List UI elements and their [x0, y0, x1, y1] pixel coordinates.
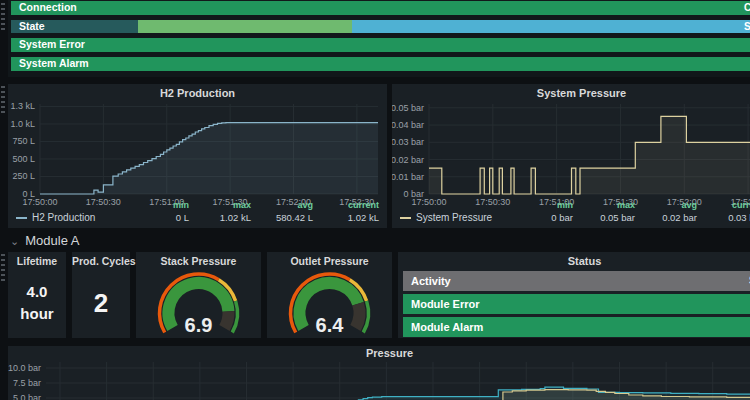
svg-text:1.3 kL: 1.3 kL: [10, 101, 35, 111]
panel-title[interactable]: System Pressure: [392, 86, 750, 100]
svg-text:7.5 bar: 7.5 bar: [13, 378, 41, 388]
timeline-edge-value: C: [744, 1, 750, 15]
legend-stat-header: current: [697, 200, 750, 212]
svg-text:250 L: 250 L: [12, 171, 35, 181]
panel-title[interactable]: Outlet Pressure: [267, 254, 392, 268]
legend-swatch-icon: [16, 217, 27, 219]
stack-pressure-gauge-panel: Stack Pressure6.9: [136, 252, 261, 338]
pressure-chart-panel: Pressure 10.0 bar7.5 bar5.0 bar: [8, 346, 750, 400]
legend-series-label: H2 Production: [32, 212, 95, 223]
gauge-value: 6.9: [185, 314, 213, 336]
legend-stat-value: 1.02 kL: [313, 212, 379, 223]
stat-value: 2: [72, 270, 130, 336]
legend-swatch-icon: [400, 217, 411, 219]
timeline-row: System Alarm: [11, 57, 750, 71]
legend-stat-value: 0 L: [141, 212, 189, 223]
svg-text:0.01 bar: 0.01 bar: [392, 172, 424, 182]
stat-value-line: 2: [94, 292, 108, 314]
legend-series-row: System Pressure0 bar0.05 bar0.02 bar0.03…: [400, 212, 750, 223]
grafana-dashboard: { "timeline": { "rows": [ {"label":"Conn…: [0, 0, 750, 400]
legend-stat-value: 580.42 L: [251, 212, 313, 223]
panel-drag-handle-icon[interactable]: [1, 86, 5, 114]
legend-header-row: minmaxavgcurrent: [16, 200, 379, 212]
timeline-segment[interactable]: [138, 20, 352, 34]
module-a-row-header[interactable]: ⌄ Module A: [10, 232, 79, 250]
lifetime-panel: Lifetime4.0hour: [8, 252, 66, 338]
panel-title[interactable]: Lifetime: [8, 254, 66, 268]
legend-series-row: H2 Production0 L1.02 kL580.42 L1.02 kL: [16, 212, 379, 223]
svg-text:0.05 bar: 0.05 bar: [392, 103, 424, 113]
svg-text:10.0 bar: 10.0 bar: [8, 363, 41, 373]
legend-series[interactable]: H2 Production: [16, 212, 141, 223]
status-row-label: Module Alarm: [411, 317, 483, 337]
h2-production-panel: H2 Production 0 L250 L500 L750 L1.0 kL1.…: [8, 84, 387, 228]
timeline-segment[interactable]: [11, 1, 750, 15]
panel-drag-handle-icon[interactable]: [1, 254, 5, 282]
stat-value-line: hour: [20, 303, 53, 325]
legend-stat-header: avg: [251, 200, 313, 212]
svg-text:0.02 bar: 0.02 bar: [392, 155, 424, 165]
outlet-pressure-gauge-panel: Outlet Pressure6.4: [267, 252, 392, 338]
timeline-segment[interactable]: [11, 38, 750, 52]
legend-series-label: System Pressure: [416, 212, 492, 223]
svg-text:0.04 bar: 0.04 bar: [392, 120, 424, 130]
legend-header-row: minmaxavgcurrent: [400, 200, 750, 212]
legend-stat-header: max: [573, 200, 635, 212]
timeline-edge-value: S: [744, 20, 750, 34]
legend-stat-value: 0.03 bar: [697, 212, 750, 223]
panel-title[interactable]: H2 Production: [8, 86, 387, 100]
status-row[interactable]: ActivityS: [403, 271, 750, 291]
legend-stat-value: 0.05 bar: [573, 212, 635, 223]
status-row[interactable]: Module Error: [403, 294, 750, 314]
timeline-row-label: Connection: [19, 1, 77, 15]
panel-title[interactable]: Stack Pressure: [136, 254, 261, 268]
legend-stat-header: min: [141, 200, 189, 212]
legend-stat-header: max: [189, 200, 251, 212]
system-pressure-panel: System Pressure 0 bar0.01 bar0.02 bar0.0…: [392, 84, 750, 228]
svg-text:0.03 bar: 0.03 bar: [392, 137, 424, 147]
module-row-title: Module A: [25, 232, 79, 250]
timeline-segment[interactable]: [352, 20, 750, 34]
panel-title[interactable]: Prod. Cycles: [72, 254, 130, 268]
panel-title[interactable]: Status: [398, 254, 750, 268]
timeline-row-label: State: [19, 20, 45, 34]
chevron-down-icon: ⌄: [10, 232, 19, 250]
timeline-row-label: System Error: [19, 38, 85, 52]
status-timeline-panel: ConnectionCStateSSystem ErrorSystem Alar…: [8, 0, 750, 77]
timeline-row: System Error: [11, 38, 750, 52]
module-status-panel: Status ActivitySModule ErrorModule Alarm: [398, 252, 750, 338]
legend-stat-header: min: [525, 200, 573, 212]
status-row[interactable]: Module Alarm: [403, 317, 750, 337]
status-row-label: Activity: [411, 271, 451, 291]
system-pressure-chart[interactable]: 0 bar0.01 bar0.02 bar0.03 bar0.04 bar0.0…: [392, 100, 750, 210]
status-row-label: Module Error: [411, 294, 479, 314]
timeline-row: StateS: [11, 20, 750, 34]
timeline-segment[interactable]: [11, 57, 750, 71]
h2-production-chart[interactable]: 0 L250 L500 L750 L1.0 kL1.3 kL17:50:0017…: [8, 100, 387, 210]
timeline-row-label: System Alarm: [19, 57, 89, 71]
legend-stat-header: current: [313, 200, 379, 212]
chart-legend: minmaxavgcurrentSystem Pressure0 bar0.05…: [400, 200, 750, 223]
pressure-chart[interactable]: 10.0 bar7.5 bar5.0 bar: [8, 359, 750, 400]
svg-text:1.0 kL: 1.0 kL: [10, 119, 35, 129]
legend-stat-value: 0.02 bar: [635, 212, 697, 223]
legend-stat-header: avg: [635, 200, 697, 212]
legend-series[interactable]: System Pressure: [400, 212, 525, 223]
gauge: 6.4: [267, 268, 392, 338]
stat-value-line: 4.0: [27, 281, 48, 303]
gauge: 6.9: [136, 268, 261, 338]
prod-cycles-panel: Prod. Cycles2: [72, 252, 130, 338]
svg-text:500 L: 500 L: [12, 154, 35, 164]
legend-stat-value: 1.02 kL: [189, 212, 251, 223]
timeline-row: ConnectionC: [11, 1, 750, 15]
legend-stat-value: 0 bar: [525, 212, 573, 223]
stat-value: 4.0hour: [8, 270, 66, 336]
svg-text:5.0 bar: 5.0 bar: [13, 393, 41, 400]
chart-legend: minmaxavgcurrentH2 Production0 L1.02 kL5…: [16, 200, 379, 223]
panel-title[interactable]: Pressure: [8, 347, 750, 359]
svg-text:750 L: 750 L: [12, 136, 35, 146]
panel-drag-handle-icon[interactable]: [1, 3, 5, 31]
gauge-value: 6.4: [316, 314, 345, 336]
